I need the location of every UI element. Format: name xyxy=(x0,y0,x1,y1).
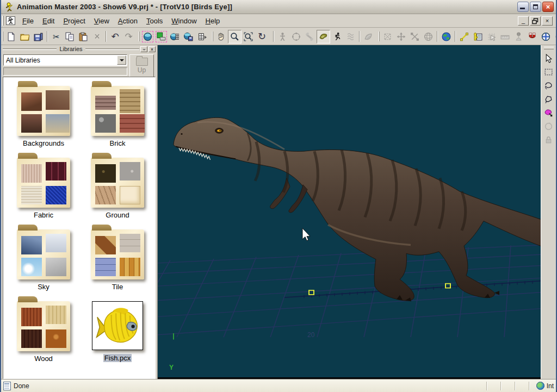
header-rule xyxy=(3,48,57,50)
select-tool-button[interactable] xyxy=(542,52,555,65)
library-filter-combobox[interactable]: All Libraries xyxy=(3,54,127,66)
key-options-button[interactable] xyxy=(471,30,485,43)
zoom-region-icon xyxy=(244,32,253,41)
menu-tools[interactable]: Tools xyxy=(142,15,167,27)
translate-button[interactable] xyxy=(394,30,408,43)
app-icon xyxy=(4,2,14,12)
menu-edit[interactable]: Edit xyxy=(38,15,59,27)
snap-magnet-button[interactable] xyxy=(525,30,539,43)
marquee-select-button[interactable] xyxy=(542,65,555,78)
modeling-mode-button[interactable] xyxy=(289,30,303,43)
zoom-tool-button[interactable] xyxy=(228,30,242,43)
delete-button[interactable]: × xyxy=(90,30,104,43)
save-all-icon xyxy=(34,32,43,41)
grid-snap-button[interactable] xyxy=(485,30,498,43)
open-button[interactable] xyxy=(18,30,32,43)
scale-button[interactable] xyxy=(408,30,422,43)
viewport-birds-eye[interactable]: 20 Y xyxy=(158,45,543,377)
libraries-header[interactable]: Libraries x xyxy=(1,45,157,53)
new-button[interactable] xyxy=(4,30,18,43)
menubar-gripper[interactable] xyxy=(2,16,4,26)
bone-icon xyxy=(305,32,314,41)
render-to-file-button[interactable] xyxy=(154,30,168,43)
pan-tool-button[interactable] xyxy=(214,30,228,43)
restore-icon xyxy=(533,4,538,9)
path-tool-button[interactable] xyxy=(457,30,471,43)
manipulator-globe-button[interactable] xyxy=(539,30,553,43)
title-bar[interactable]: Animation Master 2003 - Show6 V9.prj * -… xyxy=(1,0,556,14)
link-button[interactable] xyxy=(553,30,556,43)
close-button[interactable]: × xyxy=(542,2,554,12)
play-animation-button[interactable] xyxy=(195,30,209,43)
measure-button[interactable] xyxy=(498,30,512,43)
redo-button[interactable]: ↷ xyxy=(122,30,135,43)
status-zone: Int xyxy=(547,382,554,390)
lasso-select-button[interactable] xyxy=(542,79,555,92)
menu-window[interactable]: Window xyxy=(167,15,201,27)
mdi-restore-button[interactable] xyxy=(530,16,541,26)
bound-box-button[interactable] xyxy=(381,30,394,43)
toolbar-gripper-2[interactable] xyxy=(139,32,140,41)
polygon-lasso-button[interactable] xyxy=(542,92,555,105)
runner-icon xyxy=(332,32,342,41)
muscle-mode-button[interactable] xyxy=(362,30,375,43)
turn-tool-button[interactable]: ↻ xyxy=(255,30,269,43)
panel-menu-button[interactable] xyxy=(140,46,147,52)
mdi-close-button[interactable]: × xyxy=(542,16,553,26)
minimize-button[interactable] xyxy=(517,2,529,12)
menu-view[interactable]: View xyxy=(90,15,114,27)
save-render-button[interactable] xyxy=(182,30,195,43)
dynamics-button[interactable] xyxy=(344,30,357,43)
y-axis-label: Y xyxy=(169,364,174,371)
undo-button[interactable]: ↶ xyxy=(108,30,122,43)
library-item-brick[interactable]: Brick xyxy=(81,82,154,153)
library-item-tile[interactable]: Tile xyxy=(81,225,154,297)
toolbar-gripper-4[interactable] xyxy=(379,32,380,41)
group-rotate-button[interactable] xyxy=(542,120,555,133)
paste-button[interactable] xyxy=(77,30,90,43)
library-item-wood[interactable]: Wood xyxy=(7,297,81,369)
libraries-title: Libraries xyxy=(57,46,85,52)
toolbar-gripper-1[interactable] xyxy=(2,32,3,41)
restore-button[interactable] xyxy=(530,2,541,12)
pivot-button[interactable] xyxy=(512,30,525,43)
delete-icon: × xyxy=(94,32,100,41)
library-item-fish[interactable]: Fish.pcx xyxy=(81,297,154,369)
action-mode-button[interactable] xyxy=(330,30,344,43)
patch-select-button[interactable] xyxy=(542,106,555,119)
toolstrip-gripper[interactable] xyxy=(544,47,554,49)
menu-project[interactable]: Project xyxy=(59,15,89,27)
status-separator xyxy=(486,382,487,390)
menu-help[interactable]: Help xyxy=(201,15,225,27)
panel-close-button[interactable]: x xyxy=(148,46,156,52)
up-button[interactable]: Up xyxy=(129,54,154,77)
world-space-button[interactable] xyxy=(440,30,453,43)
skeletal-mode-button[interactable] xyxy=(317,30,330,43)
render-animation-button[interactable] xyxy=(168,30,182,43)
folder-thumbnail xyxy=(17,229,70,279)
menu-file[interactable]: File xyxy=(18,15,38,27)
toolbar-gripper-3[interactable] xyxy=(212,32,213,41)
folder-up-icon xyxy=(136,58,148,66)
save-all-button[interactable] xyxy=(32,30,45,43)
grid-cursor-icon xyxy=(487,32,496,41)
combobox-dropdown-button[interactable] xyxy=(117,55,126,65)
toolbar-separator xyxy=(455,31,456,42)
mdi-minimize-button[interactable]: _ xyxy=(518,16,529,26)
library-item-backgrounds[interactable]: Backgrounds xyxy=(7,82,81,153)
cut-button[interactable]: ✂ xyxy=(49,30,63,43)
bones-mode-button[interactable] xyxy=(303,30,317,43)
render-mode-button[interactable] xyxy=(141,30,154,43)
zoom-region-button[interactable] xyxy=(242,30,255,43)
library-item-fabric[interactable]: Fabric xyxy=(7,153,81,225)
menu-action[interactable]: Action xyxy=(114,15,142,27)
library-item-sky[interactable]: Sky xyxy=(7,225,81,297)
folder-thumbnail xyxy=(91,229,144,279)
rotate-manip-button[interactable] xyxy=(422,30,435,43)
cut-icon: ✂ xyxy=(53,33,60,41)
trex-model[interactable] xyxy=(174,117,543,301)
copy-button[interactable] xyxy=(63,30,77,43)
lock-button[interactable] xyxy=(542,133,555,146)
library-item-ground[interactable]: Ground xyxy=(81,153,154,225)
character-mode-button[interactable] xyxy=(276,30,289,43)
